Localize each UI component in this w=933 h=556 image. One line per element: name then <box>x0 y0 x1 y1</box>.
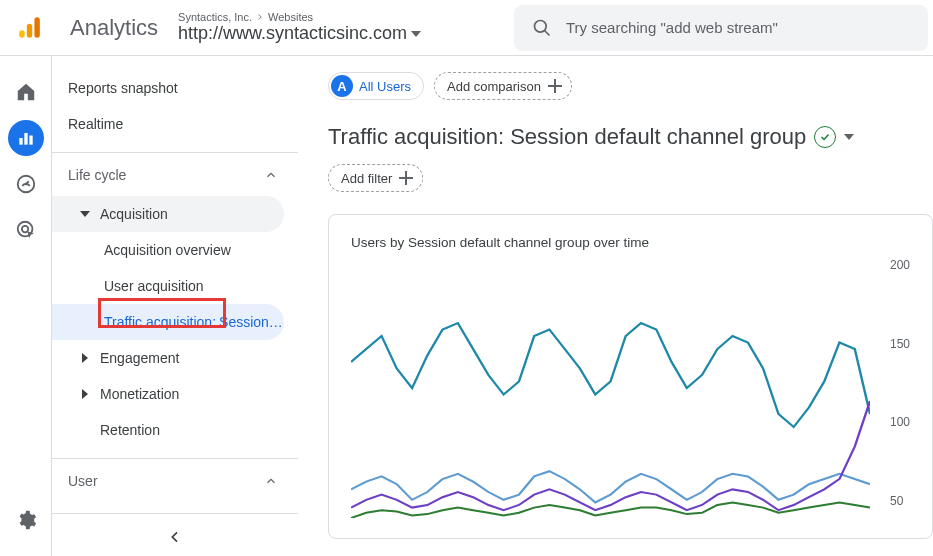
sidebar-sub-label: Monetization <box>100 386 179 402</box>
sidebar-item-label: Realtime <box>68 116 123 132</box>
svg-rect-0 <box>19 30 24 38</box>
caret-down-icon <box>411 29 421 39</box>
sidebar-section-lifecycle[interactable]: Life cycle <box>52 152 298 196</box>
sidebar-leaf-label: Traffic acquisition: <box>104 314 216 330</box>
y-axis: 200 150 100 50 <box>890 258 910 518</box>
sidebar-sub-monetization[interactable]: Monetization <box>52 376 284 412</box>
y-tick: 200 <box>890 258 910 272</box>
breadcrumb: Syntactics, Inc. Websites <box>178 11 421 23</box>
segment-letter-icon: A <box>331 75 353 97</box>
svg-rect-6 <box>24 133 27 145</box>
svg-rect-5 <box>19 138 22 145</box>
chevron-left-icon <box>167 529 183 545</box>
report-sidebar: Reports snapshot Realtime Life cycle Acq… <box>52 56 298 556</box>
sidebar-sub-label: Engagement <box>100 350 179 366</box>
sidebar-sub-label: Acquisition <box>100 206 168 222</box>
chevron-right-icon <box>255 12 265 22</box>
chip-all-users[interactable]: A All Users <box>328 72 424 100</box>
caret-down-icon <box>844 132 854 142</box>
svg-rect-1 <box>27 23 32 37</box>
sidebar-item-label: Reports snapshot <box>68 80 178 96</box>
chip-label: Add comparison <box>447 79 541 94</box>
sidebar-collapse[interactable] <box>52 513 298 556</box>
bar-chart-icon <box>16 128 36 148</box>
caret-right-icon <box>80 353 90 363</box>
chip-label: Add filter <box>341 171 392 186</box>
search-placeholder: Try searching "add web stream" <box>566 19 778 36</box>
search-input[interactable]: Try searching "add web stream" <box>514 5 928 51</box>
sidebar-sub-retention[interactable]: Retention <box>52 412 284 448</box>
page-title: Traffic acquisition: Session default cha… <box>328 124 806 150</box>
sidebar-section-user[interactable]: User <box>52 458 298 502</box>
breadcrumb-org: Syntactics, Inc. <box>178 11 252 23</box>
gauge-icon <box>15 173 37 195</box>
svg-line-4 <box>545 30 550 35</box>
property-name: http://www.syntacticsinc.com <box>178 23 407 44</box>
sidebar-leaf-suffix: Session… <box>219 314 283 330</box>
svg-point-3 <box>535 20 547 32</box>
property-selector[interactable]: Syntactics, Inc. Websites http://www.syn… <box>178 11 421 44</box>
breadcrumb-section: Websites <box>268 11 313 23</box>
app-title: Analytics <box>70 15 158 41</box>
sidebar-item-realtime[interactable]: Realtime <box>52 106 284 142</box>
search-icon <box>532 18 552 38</box>
chart-card: Users by Session default channel group o… <box>328 214 933 539</box>
sidebar-leaf-acq-overview[interactable]: Acquisition overview <box>52 232 284 268</box>
analytics-logo-icon <box>16 15 42 41</box>
chevron-up-icon <box>264 168 278 182</box>
svg-rect-7 <box>29 136 32 145</box>
app-logo[interactable] <box>0 15 70 41</box>
caret-down-icon <box>80 209 90 219</box>
sidebar-section-label: Life cycle <box>68 167 126 183</box>
sidebar-sub-engagement[interactable]: Engagement <box>52 340 284 376</box>
home-icon <box>15 81 37 103</box>
chip-add-comparison[interactable]: Add comparison <box>434 72 572 100</box>
y-tick: 100 <box>890 415 910 429</box>
plus-icon <box>547 78 563 94</box>
checkmark-icon <box>819 131 831 143</box>
rail-advertising[interactable] <box>8 212 44 248</box>
rail-settings[interactable] <box>8 502 44 538</box>
chevron-up-icon <box>264 474 278 488</box>
sidebar-leaf-user-acquisition[interactable]: User acquisition <box>52 268 284 304</box>
sidebar-leaf-label: Acquisition overview <box>104 242 231 258</box>
main-content: A All Users Add comparison Traffic acqui… <box>298 56 933 556</box>
rail-reports[interactable] <box>8 120 44 156</box>
sidebar-item-snapshot[interactable]: Reports snapshot <box>52 70 284 106</box>
sidebar-leaf-traffic-acquisition[interactable]: Traffic acquisition: Session… <box>52 304 284 340</box>
chart-title: Users by Session default channel group o… <box>351 235 910 250</box>
app-header: Analytics Syntactics, Inc. Websites http… <box>0 0 933 56</box>
sidebar-sub-label: Retention <box>100 422 160 438</box>
add-filter-chip[interactable]: Add filter <box>328 164 423 192</box>
rail-home[interactable] <box>8 74 44 110</box>
sidebar-sub-acquisition[interactable]: Acquisition <box>52 196 284 232</box>
verified-badge[interactable] <box>814 126 836 148</box>
line-chart <box>351 258 870 518</box>
target-click-icon <box>15 219 37 241</box>
sidebar-leaf-label: User acquisition <box>104 278 204 294</box>
y-tick: 50 <box>890 494 910 508</box>
title-dropdown[interactable] <box>844 132 854 142</box>
rail-explore[interactable] <box>8 166 44 202</box>
nav-rail <box>0 56 52 556</box>
chip-label: All Users <box>359 79 411 94</box>
caret-right-icon <box>80 389 90 399</box>
sidebar-section-label: User <box>68 473 98 489</box>
gear-icon <box>15 509 37 531</box>
y-tick: 150 <box>890 337 910 351</box>
svg-rect-2 <box>34 17 39 38</box>
plus-icon <box>398 170 414 186</box>
